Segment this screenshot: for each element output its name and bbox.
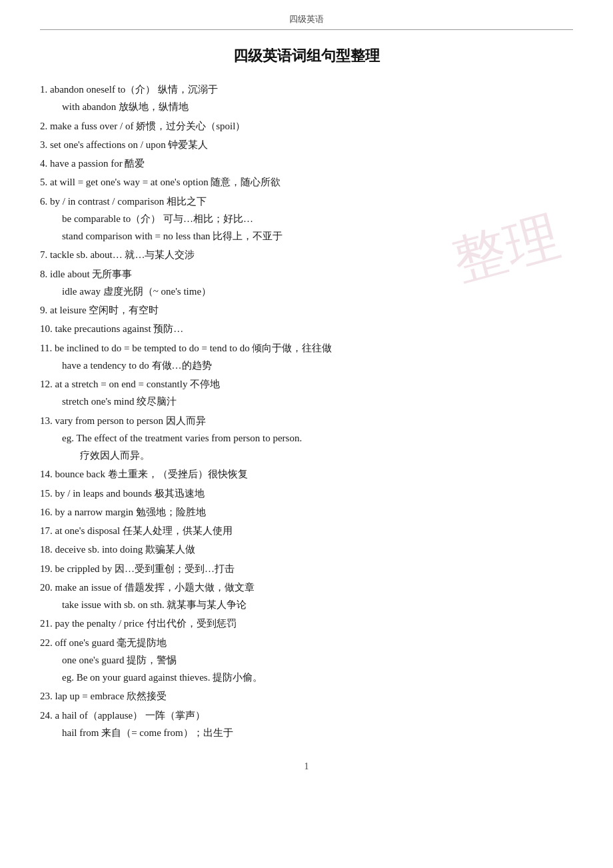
item-line: 5. at will = get one's way = at one's op…	[40, 173, 573, 191]
list-item: 8. idle about 无所事事idle away 虚度光阴（~ one's…	[40, 265, 573, 301]
item-line: be comparable to（介） 可与…相比；好比…	[40, 210, 573, 227]
item-line: 11. be inclined to do = be tempted to do…	[40, 339, 573, 357]
list-item: 18. deceive sb. into doing 欺骗某人做	[40, 541, 573, 558]
list-item: 2. make a fuss over / of 娇惯，过分关心（spoil）	[40, 117, 573, 135]
list-item: 16. by a narrow margin 勉强地；险胜地	[40, 503, 573, 521]
item-line: 2. make a fuss over / of 娇惯，过分关心（spoil）	[40, 117, 573, 135]
item-line: 22. off one's guard 毫无提防地	[40, 634, 573, 651]
item-line: 4. have a passion for 酷爱	[40, 155, 573, 172]
item-line: 15. by / in leaps and bounds 极其迅速地	[40, 485, 573, 502]
list-item: 4. have a passion for 酷爱	[40, 155, 573, 172]
item-line: 10. take precautions against 预防…	[40, 320, 573, 337]
item-line: 12. at a stretch = on end = constantly 不…	[40, 375, 573, 393]
list-item: 3. set one's affections on / upon 钟爱某人	[40, 136, 573, 153]
list-item: 12. at a stretch = on end = constantly 不…	[40, 375, 573, 411]
content-area: 1. abandon oneself to（介） 纵情，沉溺于with aban…	[40, 81, 573, 741]
list-item: 13. vary from person to person 因人而异eg. T…	[40, 412, 573, 465]
list-item: 21. pay the penalty / price 付出代价，受到惩罚	[40, 615, 573, 632]
item-line: 16. by a narrow margin 勉强地；险胜地	[40, 503, 573, 521]
list-item: 10. take precautions against 预防…	[40, 320, 573, 337]
item-line: 24. a hail of（applause） 一阵（掌声）	[40, 707, 573, 724]
item-line: 14. bounce back 卷土重来，（受挫后）很快恢复	[40, 465, 573, 483]
item-line: 13. vary from person to person 因人而异	[40, 412, 573, 429]
item-line: 20. make an issue of 借题发挥，小题大做，做文章	[40, 579, 573, 596]
header-title: 四级英语	[289, 14, 324, 24]
item-line: 疗效因人而异。	[40, 447, 573, 464]
page-title: 四级英语词组句型整理	[40, 46, 573, 66]
item-line: 21. pay the penalty / price 付出代价，受到惩罚	[40, 615, 573, 632]
list-item: 7. tackle sb. about… 就…与某人交涉	[40, 246, 573, 263]
list-item: 15. by / in leaps and bounds 极其迅速地	[40, 485, 573, 502]
list-item: 23. lap up = embrace 欣然接受	[40, 687, 573, 705]
item-line: 19. be crippled by 因…受到重创；受到…打击	[40, 560, 573, 577]
item-line: 23. lap up = embrace 欣然接受	[40, 687, 573, 705]
item-line: with abandon 放纵地，纵情地	[40, 98, 573, 115]
item-line: 3. set one's affections on / upon 钟爱某人	[40, 136, 573, 153]
page-number: 1	[40, 761, 573, 772]
item-line: one one's guard 提防，警惕	[40, 651, 573, 669]
item-line: eg. Be on your guard against thieves. 提防…	[40, 669, 573, 686]
list-item: 9. at leisure 空闲时，有空时	[40, 301, 573, 319]
item-line: 18. deceive sb. into doing 欺骗某人做	[40, 541, 573, 558]
list-item: 11. be inclined to do = be tempted to do…	[40, 339, 573, 375]
list-item: 1. abandon oneself to（介） 纵情，沉溺于with aban…	[40, 81, 573, 116]
item-line: 1. abandon oneself to（介） 纵情，沉溺于	[40, 81, 573, 98]
item-line: have a tendency to do 有做…的趋势	[40, 357, 573, 374]
item-line: take issue with sb. on sth. 就某事与某人争论	[40, 596, 573, 613]
list-item: 22. off one's guard 毫无提防地one one's guard…	[40, 634, 573, 687]
item-line: 8. idle about 无所事事	[40, 265, 573, 283]
page-header: 四级英语	[40, 13, 573, 30]
page: 四级英语 四级英语词组句型整理 整理 1. abandon oneself to…	[0, 0, 613, 868]
item-line: eg. The effect of the treatment varies f…	[40, 429, 573, 447]
item-line: idle away 虚度光阴（~ one's time）	[40, 283, 573, 300]
list-item: 6. by / in contrast / comparison 相比之下be …	[40, 193, 573, 245]
list-item: 19. be crippled by 因…受到重创；受到…打击	[40, 560, 573, 577]
item-line: hail from 来自（= come from）；出生于	[40, 724, 573, 741]
list-item: 5. at will = get one's way = at one's op…	[40, 173, 573, 191]
item-line: 9. at leisure 空闲时，有空时	[40, 301, 573, 319]
item-line: 6. by / in contrast / comparison 相比之下	[40, 193, 573, 210]
item-line: stretch one's mind 绞尽脑汁	[40, 393, 573, 410]
item-line: stand comparison with = no less than 比得上…	[40, 227, 573, 245]
list-item: 14. bounce back 卷土重来，（受挫后）很快恢复	[40, 465, 573, 483]
list-item: 24. a hail of（applause） 一阵（掌声）hail from …	[40, 707, 573, 742]
list-item: 20. make an issue of 借题发挥，小题大做，做文章take i…	[40, 579, 573, 614]
item-line: 17. at one's disposal 任某人处理，供某人使用	[40, 522, 573, 539]
item-line: 7. tackle sb. about… 就…与某人交涉	[40, 246, 573, 263]
list-item: 17. at one's disposal 任某人处理，供某人使用	[40, 522, 573, 539]
